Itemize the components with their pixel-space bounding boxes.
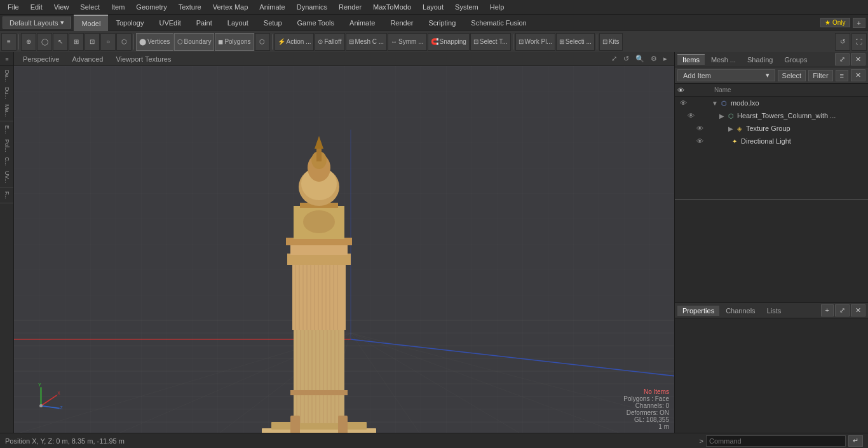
sidebar-label-c[interactable]: C... (3, 154, 11, 168)
only-badge[interactable]: ★ Only (820, 18, 850, 27)
viewport-canvas[interactable]: X Y Z No Items Polygons : Face Channels:… (14, 66, 674, 433)
sidebar-label-de[interactable]: De... (3, 67, 11, 85)
tab-scripting[interactable]: Scripting (421, 15, 464, 31)
tool-rotate-icon[interactable]: ◯ (37, 33, 52, 51)
mesh-item[interactable]: 👁 ▶ ⬡ Hearst_Towers_Column_with ... (675, 109, 868, 122)
menu-select[interactable]: Select (75, 2, 105, 12)
polygons-button[interactable]: ◼ Polygons (215, 33, 254, 51)
mesh-button[interactable]: ⊟ Mesh C ... (346, 33, 388, 51)
scene-root-item[interactable]: 👁 ▼ ⬡ modo.lxo (675, 97, 868, 109)
filter-button[interactable]: Filter (808, 70, 832, 81)
sidebar-label-mesh[interactable]: Me... (3, 102, 11, 119)
panel-tab-items[interactable]: Items (677, 54, 705, 65)
vertices-button[interactable]: ⬤ Vertices (136, 33, 173, 51)
viewport-refresh-icon[interactable]: ↺ (621, 54, 631, 64)
viewport-tab-perspective[interactable]: Perspective (19, 54, 63, 64)
items-menu-btn[interactable]: ≡ (836, 70, 848, 81)
menu-help[interactable]: Help (485, 2, 510, 12)
menu-vertexmap[interactable]: Vertex Map (208, 2, 254, 12)
add-item-button[interactable]: Add Item ▾ (677, 69, 775, 81)
sidebar-label-e[interactable]: E... (3, 123, 11, 137)
tool-select-icon[interactable]: ↖ (53, 33, 68, 51)
properties-close-btn[interactable]: ✕ (851, 304, 865, 316)
eye-icon-4[interactable]: 👁 (694, 137, 705, 145)
menu-layout[interactable]: Layout (417, 2, 449, 12)
menu-edit[interactable]: Edit (25, 2, 48, 12)
tab-animate[interactable]: Animate (342, 15, 383, 31)
menu-maxtomodo[interactable]: MaxToModo (368, 2, 416, 12)
eye-icon-2[interactable]: 👁 (685, 112, 696, 119)
tool-scale-icon[interactable]: ⊡ (85, 33, 100, 51)
tab-render[interactable]: Render (383, 15, 421, 31)
boundary-button[interactable]: ⬡ Boundary (174, 33, 215, 51)
command-input[interactable] (706, 435, 846, 447)
tab-model[interactable]: Model (74, 15, 108, 31)
menu-view[interactable]: View (49, 2, 74, 12)
snapping-button[interactable]: 🧲 Snapping (428, 33, 470, 51)
prop-tab-channels[interactable]: Channels (721, 306, 760, 316)
viewport[interactable]: Perspective Advanced Viewport Textures ⤢… (14, 52, 674, 433)
panel-tab-shading[interactable]: Shading (742, 55, 778, 65)
tool-circle-icon[interactable]: ○ (100, 33, 116, 51)
symm-button[interactable]: ↔ Symm ... (388, 33, 426, 51)
sidebar-label-dup[interactable]: Du... (3, 85, 11, 102)
viewport-header: Perspective Advanced Viewport Textures ⤢… (14, 52, 674, 66)
tab-setup[interactable]: Setup (256, 15, 290, 31)
tab-layout[interactable]: Layout (220, 15, 256, 31)
panel-expand-btn[interactable]: ⤢ (835, 53, 850, 65)
properties-expand-btn[interactable]: ⤢ (835, 304, 850, 316)
scene-tree[interactable]: 👁 ▼ ⬡ modo.lxo 👁 ▶ ⬡ Hearst_Towers_Colum… (675, 97, 868, 199)
kits-button[interactable]: ⊡ Kits (599, 33, 623, 51)
poly-type-button[interactable]: ⬡ (255, 33, 270, 51)
viewport-fullscreen-btn[interactable]: ⛶ (851, 33, 867, 51)
tab-topology[interactable]: Topology (108, 15, 151, 31)
panel-close-btn[interactable]: ✕ (851, 53, 865, 65)
properties-plus-btn[interactable]: + (821, 304, 834, 316)
menu-render[interactable]: Render (334, 2, 367, 12)
workplane-button[interactable]: ⊡ Work Pl... (515, 33, 555, 51)
viewport-tab-advanced[interactable]: Advanced (68, 54, 107, 64)
falloff-button[interactable]: ⊙ Falloff (315, 33, 344, 51)
tool-menu-icon[interactable]: ≡ (1, 33, 17, 51)
texture-group-item[interactable]: 👁 ▶ ◈ Texture Group (675, 122, 868, 135)
tool-transform-icon[interactable]: ⊞ (69, 33, 84, 51)
prop-tab-lists[interactable]: Lists (762, 306, 787, 316)
menu-dynamics[interactable]: Dynamics (292, 2, 332, 12)
items-close-btn[interactable]: ✕ (851, 69, 865, 81)
panel-tab-groups[interactable]: Groups (779, 55, 812, 65)
viewport-expand-icon[interactable]: ⤢ (609, 54, 619, 64)
eye-icon-3[interactable]: 👁 (694, 125, 705, 132)
tab-uvedit[interactable]: UVEdit (151, 15, 188, 31)
tool-world-icon[interactable]: ⊕ (21, 33, 36, 51)
panel-tab-mesh[interactable]: Mesh ... (706, 55, 741, 65)
add-layout-button[interactable]: + (853, 18, 865, 28)
command-enter-button[interactable]: ↵ (848, 435, 863, 447)
menu-file[interactable]: File (3, 2, 24, 12)
tab-gametools[interactable]: Game Tools (290, 15, 342, 31)
viewport-rotate-btn[interactable]: ↺ (835, 33, 850, 51)
default-layouts-dropdown[interactable]: Default Layouts ▾ (3, 17, 71, 29)
menu-system[interactable]: System (450, 2, 484, 12)
prop-tab-properties[interactable]: Properties (677, 306, 719, 316)
viewport-settings-icon[interactable]: ⚙ (649, 54, 659, 64)
menu-item[interactable]: Item (106, 2, 130, 12)
tool-hex-icon[interactable]: ⬡ (116, 33, 132, 51)
selection-button[interactable]: ⊞ Selecti ... (556, 33, 595, 51)
menu-geometry[interactable]: Geometry (131, 2, 172, 12)
viewport-zoom-icon[interactable]: 🔍 (634, 54, 646, 64)
menu-texture[interactable]: Texture (173, 2, 207, 12)
sidebar-label-pol[interactable]: Pol... (3, 137, 11, 155)
menu-animate[interactable]: Animate (254, 2, 290, 12)
sidebar-label-uv[interactable]: UV... (3, 168, 11, 186)
viewport-more-icon[interactable]: ▸ (661, 54, 669, 64)
select-tool-button[interactable]: ⊡ Select T... (470, 33, 511, 51)
sidebar-top-btn[interactable]: ≡ (0, 52, 14, 66)
tab-schematic[interactable]: Schematic Fusion (463, 15, 534, 31)
viewport-tab-textures[interactable]: Viewport Textures (112, 54, 175, 64)
action-button[interactable]: ⚡ Action ... (275, 33, 315, 51)
sidebar-label-f[interactable]: F... (3, 189, 11, 201)
eye-icon[interactable]: 👁 (677, 99, 689, 107)
tab-paint[interactable]: Paint (189, 15, 220, 31)
select-button[interactable]: Select (778, 70, 806, 81)
light-item[interactable]: 👁 ✦ Directional Light (675, 135, 868, 147)
